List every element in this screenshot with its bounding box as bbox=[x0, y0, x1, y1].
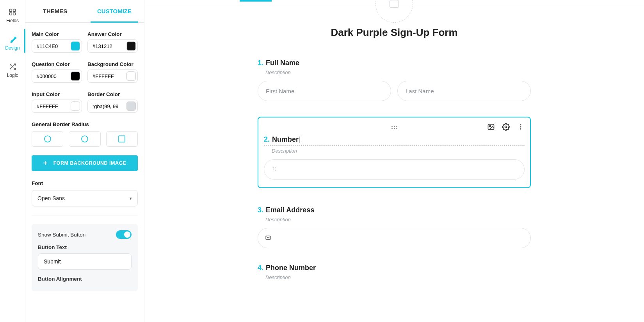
button-text-label: Button Text bbox=[38, 244, 132, 250]
left-rail: Fields Design Logic bbox=[0, 0, 25, 322]
answer-color-field[interactable] bbox=[87, 39, 138, 53]
background-color-input[interactable] bbox=[93, 73, 124, 79]
question-color-swatch[interactable] bbox=[71, 71, 80, 81]
rail-item-logic[interactable]: Logic bbox=[7, 62, 18, 78]
number-icon bbox=[271, 166, 277, 173]
svg-point-9 bbox=[505, 126, 507, 128]
main-color-label: Main Color bbox=[32, 31, 82, 37]
svg-rect-3 bbox=[13, 13, 16, 15]
border-color-label: Border Color bbox=[87, 91, 138, 97]
q3-num: 3. bbox=[258, 206, 263, 214]
top-accent bbox=[240, 0, 272, 2]
svg-rect-1 bbox=[13, 9, 16, 12]
question-color-input[interactable] bbox=[37, 73, 68, 79]
logo-placeholder[interactable] bbox=[375, 0, 413, 23]
form-area: Dark Purple Sign-Up Form 1. Full Name De… bbox=[258, 27, 531, 296]
q1-desc[interactable]: Description bbox=[265, 69, 531, 75]
form-title[interactable]: Dark Purple Sign-Up Form bbox=[258, 27, 531, 39]
canvas: Dark Purple Sign-Up Form 1. Full Name De… bbox=[144, 0, 644, 322]
rail-item-fields[interactable]: Fields bbox=[6, 8, 19, 23]
svg-rect-0 bbox=[9, 9, 12, 12]
svg-rect-5 bbox=[82, 136, 88, 142]
answer-color-swatch[interactable] bbox=[126, 41, 136, 51]
question-block-3[interactable]: 3. Email Address Description bbox=[258, 206, 531, 248]
radius-opt-rounded[interactable] bbox=[69, 131, 100, 147]
button-text-input[interactable] bbox=[38, 253, 132, 270]
chevron-down-icon: ▾ bbox=[130, 196, 132, 201]
divider bbox=[32, 215, 138, 215]
font-value: Open Sans bbox=[37, 195, 65, 201]
image-icon bbox=[390, 0, 399, 8]
svg-rect-2 bbox=[9, 13, 12, 15]
question-color-field[interactable] bbox=[32, 69, 82, 83]
border-color-input[interactable] bbox=[93, 103, 124, 109]
email-input[interactable] bbox=[258, 228, 531, 248]
tab-customize[interactable]: CUSTOMIZE bbox=[85, 0, 144, 22]
svg-point-8 bbox=[489, 126, 491, 127]
tab-themes[interactable]: THEMES bbox=[25, 0, 85, 22]
svg-point-10 bbox=[520, 124, 521, 125]
rail-item-design[interactable]: Design bbox=[5, 35, 20, 51]
input-color-label: Input Color bbox=[32, 91, 82, 97]
shuffle-icon bbox=[8, 62, 17, 71]
rail-label: Logic bbox=[7, 73, 18, 78]
gear-icon[interactable] bbox=[502, 123, 510, 131]
input-color-field[interactable] bbox=[32, 100, 82, 113]
form-bg-label: FORM BACKGROUND IMAGE bbox=[53, 160, 126, 166]
background-color-field[interactable] bbox=[87, 69, 138, 83]
question-block-1[interactable]: 1. Full Name Description bbox=[258, 59, 531, 101]
border-color-swatch[interactable] bbox=[126, 101, 136, 111]
q2-label[interactable]: Number bbox=[272, 135, 301, 144]
show-submit-toggle[interactable] bbox=[116, 230, 132, 239]
input-color-swatch[interactable] bbox=[71, 101, 80, 111]
question-color-label: Question Color bbox=[32, 61, 82, 67]
radius-opt-circle[interactable] bbox=[32, 131, 63, 147]
main-color-field[interactable] bbox=[32, 39, 82, 53]
sidebar-scroll[interactable]: Main Color Answer Color Question Color bbox=[25, 23, 144, 322]
rail-label: Fields bbox=[6, 18, 19, 23]
mail-icon bbox=[265, 235, 271, 242]
input-color-input[interactable] bbox=[37, 103, 68, 109]
radius-label: General Border Radius bbox=[32, 121, 138, 127]
question-block-4[interactable]: 4. Phone Number Description bbox=[258, 264, 531, 280]
answer-color-input[interactable] bbox=[93, 43, 124, 49]
radius-opt-square[interactable] bbox=[106, 131, 138, 147]
image-icon[interactable] bbox=[487, 123, 495, 131]
q4-label: Phone Number bbox=[266, 264, 316, 272]
font-label: Font bbox=[32, 180, 138, 186]
q3-label: Email Address bbox=[266, 206, 314, 214]
rail-label: Design bbox=[5, 45, 20, 51]
question-block-2-selected[interactable]: 2. Number Description bbox=[258, 117, 531, 188]
main-color-swatch[interactable] bbox=[71, 41, 80, 51]
q2-desc[interactable]: Description bbox=[272, 148, 525, 154]
last-name-input[interactable] bbox=[397, 81, 531, 101]
svg-point-4 bbox=[44, 136, 51, 142]
q3-desc[interactable]: Description bbox=[265, 217, 531, 222]
border-color-field[interactable] bbox=[87, 100, 138, 113]
background-color-label: Background Color bbox=[87, 61, 138, 67]
submit-panel: Show Submit Button Button Text Button Al… bbox=[32, 224, 138, 291]
drag-handle-icon[interactable] bbox=[391, 126, 397, 129]
form-bg-image-button[interactable]: + FORM BACKGROUND IMAGE bbox=[32, 155, 138, 171]
svg-point-11 bbox=[520, 126, 521, 128]
first-name-input[interactable] bbox=[258, 81, 391, 101]
font-select[interactable]: Open Sans ▾ bbox=[32, 190, 138, 206]
plus-icon: + bbox=[43, 159, 48, 167]
sidebar: THEMES CUSTOMIZE Main Color Answer Color bbox=[25, 0, 144, 322]
q2-num: 2. bbox=[264, 135, 270, 144]
button-alignment-label: Button Alignment bbox=[38, 276, 132, 282]
show-submit-label: Show Submit Button bbox=[38, 232, 85, 238]
q4-num: 4. bbox=[258, 264, 263, 272]
q4-desc[interactable]: Description bbox=[265, 274, 531, 280]
background-color-swatch[interactable] bbox=[126, 71, 136, 81]
number-input[interactable] bbox=[264, 159, 525, 180]
brush-icon bbox=[8, 35, 17, 44]
q1-num: 1. bbox=[258, 59, 263, 67]
svg-rect-6 bbox=[119, 136, 125, 142]
grid-icon bbox=[8, 8, 17, 16]
svg-point-12 bbox=[520, 128, 521, 130]
q1-label: Full Name bbox=[266, 59, 299, 67]
sidebar-tabs: THEMES CUSTOMIZE bbox=[25, 0, 144, 23]
more-vertical-icon[interactable] bbox=[517, 123, 525, 131]
main-color-input[interactable] bbox=[37, 43, 68, 49]
